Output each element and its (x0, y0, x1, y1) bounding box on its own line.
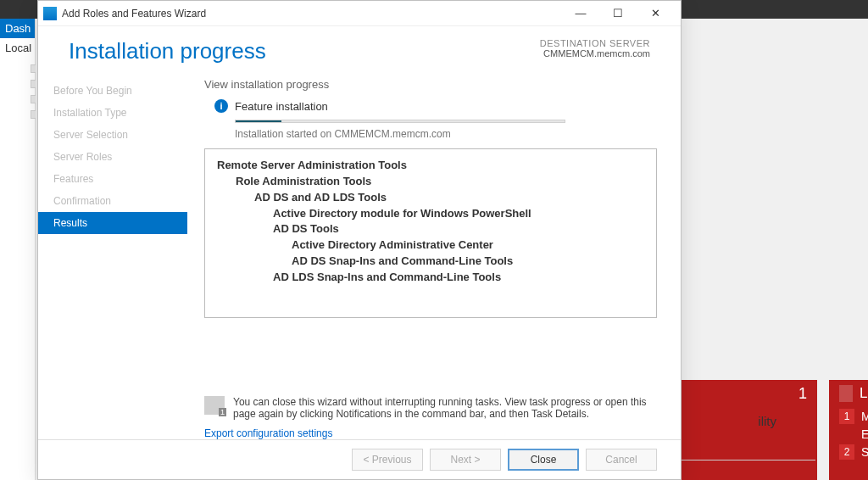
bg-sidebar-item-local[interactable]: Local (0, 38, 35, 58)
destination-label: DESTINATION SERVER (540, 38, 650, 48)
feature-tree-item: Remote Server Administration Tools (217, 158, 644, 174)
bg-tile2-label-2: Events (861, 427, 868, 441)
destination-block: DESTINATION SERVER CMMEMCM.memcm.com (540, 38, 650, 59)
bg-sidebar: Dash Local All Se File a IIS WSUS (0, 19, 36, 480)
feature-tree-item: AD DS Tools (273, 221, 644, 237)
flag-icon (204, 396, 225, 415)
bg-tile-2[interactable]: Local S 1Manage Events 2Services (829, 380, 868, 480)
wizard-step-3: Server Roles (38, 146, 187, 168)
bg-tile2-label-1: Manage (861, 410, 868, 423)
feature-tree-item: Active Directory Administrative Center (292, 237, 644, 254)
wizard-step-1: Installation Type (38, 102, 187, 124)
bg-manageability-text: ility (675, 414, 776, 428)
bg-tile-1-count: 1 (798, 385, 807, 403)
wizard-header: Installation progress DESTINATION SERVER… (38, 26, 681, 71)
wizard-heading: Installation progress (69, 38, 266, 64)
feature-tree-item: AD DS Snap-Ins and Command-Line Tools (292, 254, 644, 270)
wizard-step-5: Confirmation (38, 190, 187, 212)
bg-tile2-badge-3: 2 (839, 444, 854, 460)
destination-value: CMMEMCM.memcm.com (540, 48, 650, 59)
wizard-footer: < Previous Next > Close Cancel (38, 439, 681, 479)
window-minimize-button[interactable]: — (562, 2, 599, 25)
progress-bar (235, 120, 565, 123)
wizard-content: View installation progress i Feature ins… (187, 71, 681, 439)
server-icon (839, 385, 853, 402)
previous-button[interactable]: < Previous (352, 449, 423, 471)
feature-tree: Remote Server Administration ToolsRole A… (204, 148, 657, 318)
feature-tree-item: Active Directory module for Windows Powe… (273, 206, 644, 222)
feature-tree-item: AD DS and AD LDS Tools (254, 190, 644, 206)
close-button[interactable]: Close (508, 449, 579, 471)
bg-tile2-label-3: Services (861, 445, 868, 459)
view-progress-label: View installation progress (204, 78, 657, 91)
wizard-titlebar[interactable]: Add Roles and Features Wizard — ☐ ✕ (38, 1, 681, 26)
next-button[interactable]: Next > (430, 449, 501, 471)
wizard-step-2: Server Selection (38, 124, 187, 146)
export-config-link[interactable]: Export configuration settings (204, 427, 332, 439)
close-note: You can close this wizard without interr… (204, 396, 657, 420)
wizard-step-0: Before You Begin (38, 80, 187, 102)
close-note-text: You can close this wizard without interr… (233, 396, 657, 420)
info-icon: i (214, 99, 228, 113)
wizard-app-icon (43, 7, 57, 20)
wizard-step-6[interactable]: Results (38, 212, 187, 234)
cancel-button[interactable]: Cancel (586, 449, 657, 471)
feature-tree-item: Role Administration Tools (236, 174, 644, 190)
wizard-step-4: Features (38, 168, 187, 190)
feature-tree-item: AD LDS Snap-Ins and Command-Line Tools (273, 270, 644, 286)
bg-sidebar-item-dashboard[interactable]: Dash (0, 19, 35, 38)
wizard-steps: Before You BeginInstallation TypeServer … (38, 71, 187, 439)
install-started-text: Installation started on CMMEMCM.memcm.co… (235, 128, 657, 140)
export-link-row: Export configuration settings (204, 427, 657, 439)
window-close-button[interactable]: ✕ (637, 2, 674, 25)
wizard-window: Add Roles and Features Wizard — ☐ ✕ Inst… (37, 0, 682, 480)
status-text: Feature installation (235, 100, 328, 113)
bg-tile2-badge-1: 1 (839, 409, 854, 424)
wizard-title-text: Add Roles and Features Wizard (62, 8, 206, 20)
window-maximize-button[interactable]: ☐ (599, 2, 637, 25)
bg-tile-2-title: Local S (860, 385, 868, 402)
